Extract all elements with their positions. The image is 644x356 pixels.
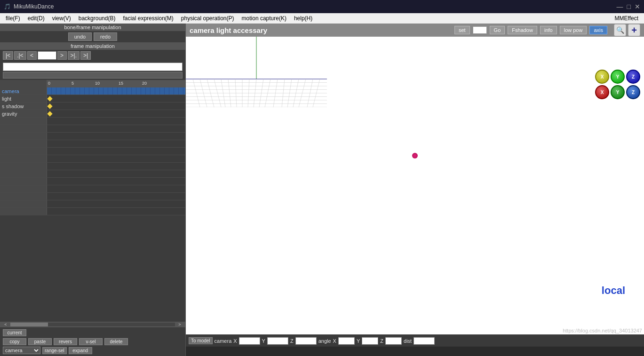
viewport[interactable]: local X Y Z X Y Z https://blog.csdn.net/…	[186, 37, 644, 334]
timeline-scrollbar-h[interactable]: < >	[0, 322, 185, 327]
ruler-spacer	[0, 80, 47, 87]
menu-file[interactable]: file(F)	[2, 14, 24, 23]
fshadow-button[interactable]: Fshadow	[508, 26, 537, 34]
maximize-btn[interactable]: □	[627, 3, 631, 10]
frame-next-btn[interactable]: >	[57, 51, 67, 60]
mme-effect[interactable]: MMEffect	[611, 14, 642, 23]
az-label: Z	[380, 338, 383, 344]
tracks-container[interactable]: camera light s shadow	[0, 87, 185, 322]
axis-button[interactable]: axis	[589, 26, 607, 34]
to-model-button[interactable]: To model	[189, 337, 213, 344]
x-label: X	[233, 338, 237, 344]
zoom-icon[interactable]: 🔍	[614, 24, 626, 36]
track-row-gravity: gravity	[0, 110, 185, 118]
viewport-center-dot	[412, 153, 418, 158]
scroll-track-h[interactable]	[10, 323, 175, 326]
copy-button[interactable]: copy	[3, 338, 26, 345]
delete-button[interactable]: delete	[104, 338, 128, 345]
track-row-empty13	[0, 208, 185, 215]
frame-value-input[interactable]: 0	[38, 51, 56, 60]
z-label: Z	[290, 338, 294, 344]
track-row-empty7	[0, 163, 185, 170]
add-icon[interactable]: +	[628, 24, 640, 36]
scroll-left-btn[interactable]: <	[1, 322, 10, 327]
rotation-icon-x[interactable]: X	[595, 70, 609, 84]
track-fill	[47, 87, 185, 95]
menu-facial[interactable]: facial expression(M)	[119, 14, 177, 23]
current-button[interactable]: current	[3, 329, 26, 336]
menu-motion[interactable]: motion capture(K)	[238, 14, 290, 23]
rotation-icon-rz[interactable]: Z	[626, 85, 640, 99]
track-row-empty5	[0, 148, 185, 155]
menu-background[interactable]: background(B)	[75, 14, 119, 23]
track-row-empty3	[0, 133, 185, 140]
undo-button[interactable]: undo	[68, 32, 92, 41]
expand-button[interactable]: expand	[69, 347, 92, 354]
camera-label: camera	[215, 338, 232, 344]
camera-y-input[interactable]: 10.00	[267, 337, 288, 345]
watermark: https://blog.csdn.net/qq_34013247	[563, 328, 642, 333]
dist-input[interactable]: 45.00	[413, 337, 435, 345]
info-button[interactable]: info	[540, 26, 557, 34]
close-btn[interactable]: ✕	[635, 3, 640, 10]
ruler-10: 10	[95, 81, 100, 86]
track-row-empty10	[0, 185, 185, 193]
revers-button[interactable]: revers	[54, 338, 77, 345]
track-row-empty2	[0, 125, 185, 133]
window-controls[interactable]: — □ ✕	[617, 3, 640, 10]
frame-start-btn[interactable]: |<	[3, 51, 13, 60]
track-content-light[interactable]	[47, 95, 185, 102]
rotation-icon-y[interactable]: Y	[611, 70, 625, 84]
camera-bar: To model camera X 0.00 Y 10.00 Z 0.00 an…	[186, 334, 644, 347]
angle-y-input[interactable]: 0.0	[362, 337, 378, 345]
timeline-ruler: 0 5 10 15 20	[0, 80, 185, 87]
redo-button[interactable]: redo	[94, 32, 117, 41]
rotation-icon-ry[interactable]: Y	[611, 85, 625, 99]
menu-physical[interactable]: physical operation(P)	[177, 14, 238, 23]
set-value-input[interactable]: 0	[473, 26, 487, 34]
paste-button[interactable]: paste	[28, 338, 52, 345]
frame-next-key-btn[interactable]: >|.	[68, 51, 80, 60]
menu-help[interactable]: help(H)	[290, 14, 316, 23]
go-button[interactable]: Go	[490, 26, 505, 34]
camera-dropdown[interactable]: camera	[3, 347, 40, 354]
frame-end-btn[interactable]: >|	[80, 51, 91, 60]
lowpow-button[interactable]: low pow	[560, 26, 587, 34]
viewport-title: camera light accessary	[190, 26, 452, 34]
track-row-empty4	[0, 140, 185, 148]
menu-view[interactable]: view(V)	[48, 14, 75, 23]
scroll-thumb-h[interactable]	[10, 323, 48, 326]
spacer-bar	[186, 347, 644, 356]
frame-prev-btn[interactable]: <	[27, 51, 37, 60]
keyframe	[47, 96, 52, 101]
camera-z-input[interactable]: 0.00	[295, 337, 317, 345]
viewport-header: camera light accessary set 0 Go Fshadow …	[186, 24, 644, 37]
angle-x-input[interactable]: 0.0	[338, 337, 355, 345]
menu-edit[interactable]: edit(D)	[24, 14, 48, 23]
track-content-camera[interactable]	[47, 87, 185, 95]
vsel-button[interactable]: v-sel	[79, 338, 103, 345]
right-panel: camera light accessary set 0 Go Fshadow …	[186, 24, 644, 356]
set-button[interactable]: set	[454, 26, 470, 34]
angle-z-input[interactable]: 0.0	[385, 337, 402, 345]
track-row-empty9	[0, 178, 185, 185]
track-content-gravity[interactable]	[47, 110, 185, 117]
y-label: Y	[262, 338, 265, 344]
track-content-sshadow[interactable]	[47, 103, 185, 110]
track-name-input[interactable]	[3, 63, 183, 71]
minimize-btn[interactable]: —	[617, 3, 623, 10]
ruler-0: 0	[48, 81, 50, 86]
left-panel: bone/frame manipulation undo redo frame …	[0, 24, 186, 356]
track-label-gravity: gravity	[0, 110, 47, 117]
scroll-right-btn[interactable]: >	[175, 322, 184, 327]
app-title: MikuMikuDance	[14, 3, 617, 10]
track-label-sshadow: s shadow	[0, 103, 47, 110]
range-sel-button[interactable]: range-sel	[42, 347, 67, 354]
rotation-icon-rx[interactable]: X	[595, 85, 609, 99]
title-bar: 🎵 MikuMikuDance — □ ✕	[0, 0, 644, 13]
camera-select-row: camera range-sel expand	[3, 347, 183, 354]
rotation-icon-z[interactable]: Z	[626, 70, 640, 84]
rotation-row-1: X Y Z	[595, 70, 640, 84]
frame-prev-key-btn[interactable]: .|<	[14, 51, 26, 60]
camera-x-input[interactable]: 0.00	[239, 337, 260, 345]
